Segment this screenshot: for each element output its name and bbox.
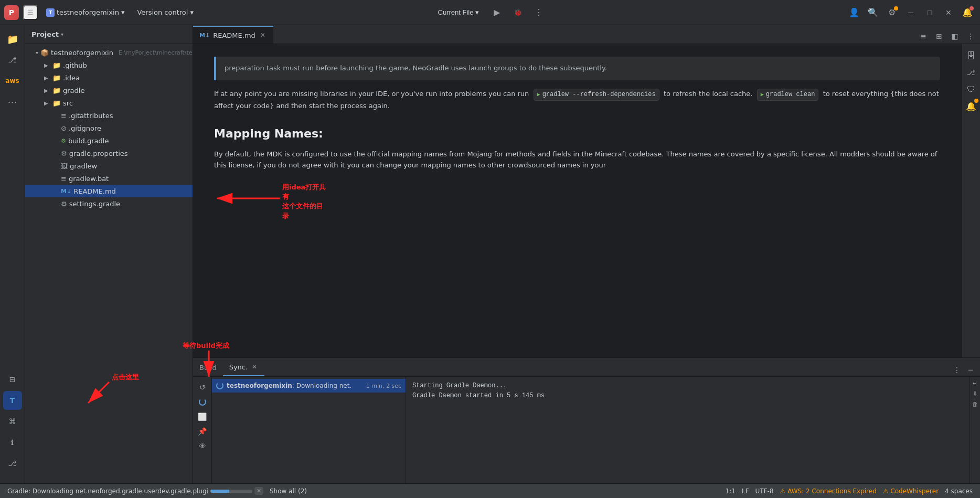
tree-item-github[interactable]: ▶ 📁 .github [25, 59, 193, 71]
tab-more-button[interactable]: ⋮ [963, 29, 978, 44]
view-split-button[interactable]: ⊞ [932, 29, 946, 44]
status-show-all-text: Show all (2) [270, 488, 307, 495]
user-icon-button[interactable]: 👤 [846, 4, 862, 21]
notification-button[interactable]: 🔔 [959, 4, 976, 21]
tree-item-gitignore[interactable]: ▶ ⊘ .gitignore [25, 122, 193, 134]
build-item-name: testneoforgemixin: Downloading net. [227, 382, 351, 389]
tab-readme[interactable]: M↓ README.md ✕ [193, 26, 273, 44]
activity-icon-more[interactable]: ⋯ [3, 92, 22, 111]
more-options-button[interactable]: ⋮ [530, 4, 547, 21]
bl-refresh-icon[interactable]: ↺ [196, 381, 209, 394]
folder-icon-root: 📦 [40, 49, 49, 57]
current-file-button[interactable]: Current File ▾ [433, 6, 485, 18]
minimize-button[interactable]: ─ [902, 4, 919, 21]
bottom-more-button[interactable]: ⋮ [951, 364, 963, 376]
titlebar: P ☰ T testneoforgemixin ▾ Version contro… [0, 0, 980, 25]
file-icon-gitattributes: ≡ [61, 112, 67, 120]
md-code1: ▶ gradlew --refresh-dependencies [534, 89, 659, 101]
debug-button[interactable]: 🐞 [509, 4, 526, 21]
close-button[interactable]: ✕ [940, 4, 957, 21]
build-output-line2: Gradle Daemon started in 5 s 145 ms [412, 391, 963, 401]
status-position[interactable]: 1:1 [722, 484, 739, 498]
tree-item-gradle-properties[interactable]: ▶ ⚙ gradle.properties [25, 147, 193, 160]
folder-icon-github: 📁 [52, 61, 61, 69]
status-codewhisperer-warning[interactable]: ⚠ CodeWhisperer [880, 484, 942, 498]
view-list-button[interactable]: ≡ [916, 29, 931, 44]
tree-label-idea: .idea [63, 74, 80, 82]
editor-content-area: preparation task must run before launchi… [193, 44, 980, 357]
bottom-tabs-right: ⋮ ─ [951, 364, 980, 376]
bl-error-icon[interactable]: ⬜ [196, 410, 209, 423]
settings-button[interactable]: ⚙ [883, 4, 900, 21]
bl-filter-icon[interactable]: 📌 [196, 425, 209, 438]
activity-icon-terminal[interactable]: ⌘ [3, 412, 22, 431]
activity-icon-aws[interactable]: aws [3, 71, 22, 90]
project-selector[interactable]: T testneoforgemixin ▾ [42, 6, 129, 19]
status-aws-warning[interactable]: ⚠ AWS: 2 Connections Expired [777, 484, 880, 498]
status-codewhisperer-text: ⚠ CodeWhisperer [883, 488, 939, 495]
activity-icon-folder[interactable]: 📁 [3, 29, 22, 48]
tree-label-src: src [63, 99, 73, 107]
build-output-line1: Starting Gradle Daemon... [412, 381, 963, 391]
code-play-icon2: ▶ [761, 91, 764, 99]
code-play-icon1: ▶ [537, 91, 540, 99]
status-spaces[interactable]: 4 spaces [942, 484, 976, 498]
activity-icon-plugin[interactable]: T [3, 391, 22, 410]
search-button[interactable]: 🔍 [865, 4, 881, 21]
md-paragraph1: If at any point you are missing librarie… [214, 89, 940, 112]
tab-sync-label: Sync. [229, 363, 248, 371]
view-preview-button[interactable]: ◧ [947, 29, 962, 44]
tab-sync-close[interactable]: ✕ [251, 363, 258, 370]
tree-item-settings-gradle[interactable]: ▶ ⚙ settings.gradle [25, 197, 193, 210]
build-item-downloading[interactable]: testneoforgemixin: Downloading net. 1 mi… [212, 379, 406, 393]
status-gradle-text: Gradle: Downloading net.neoforged.gradle… [7, 488, 208, 495]
build-list: testneoforgemixin: Downloading net. 1 mi… [212, 377, 406, 483]
tab-icons-right: ≡ ⊞ ◧ ⋮ [916, 29, 980, 44]
tree-item-gitattributes[interactable]: ▶ ≡ .gitattributes [25, 109, 193, 122]
tree-item-readme[interactable]: ▶ M↓ README.md [25, 185, 193, 197]
bl-loading-icon[interactable] [196, 396, 209, 408]
rp-git-icon[interactable]: ⎇ [964, 65, 978, 80]
rp-notification-icon[interactable]: 🔔 [964, 99, 978, 113]
bottom-minimize-button[interactable]: ─ [964, 364, 977, 376]
sidebar-header: Project ▾ [25, 25, 193, 44]
file-icon-gradlew: 🖼 [61, 162, 68, 170]
tree-item-gradlew-bat[interactable]: ▶ ≡ gradlew.bat [25, 172, 193, 185]
status-encoding[interactable]: UTF-8 [752, 484, 777, 498]
bl-eye-icon[interactable]: 👁 [196, 440, 209, 452]
tree-item-gradle-folder[interactable]: ▶ 📁 gradle [25, 84, 193, 97]
activity-icon-info[interactable]: ℹ [3, 433, 22, 452]
bottom-left-bar: ↺ ⬜ 📌 👁 [193, 377, 212, 483]
status-show-all[interactable]: Show all (2) [267, 484, 310, 498]
status-gradle[interactable]: Gradle: Downloading net.neoforged.gradle… [4, 484, 267, 498]
full-layout: Project ▾ ▾ 📦 testneoforgemixin E:\myPor… [25, 25, 980, 483]
br-trash-icon[interactable]: 🗑 [971, 400, 979, 408]
tab-sync[interactable]: Sync. ✕ [223, 358, 264, 376]
hamburger-button[interactable]: ☰ [23, 5, 38, 20]
build-output: Starting Gradle Daemon... Gradle Daemon … [406, 377, 970, 483]
rp-database-icon[interactable]: 🗄 [964, 48, 978, 63]
status-cancel-button[interactable]: ✕ [254, 487, 263, 495]
activity-icon-bookmark[interactable]: ⊟ [3, 370, 22, 389]
app-logo[interactable]: P [4, 5, 19, 20]
br-scroll-icon[interactable]: ⇩ [971, 389, 979, 398]
status-line-ending[interactable]: LF [739, 484, 752, 498]
tree-item-src[interactable]: ▶ 📁 src [25, 97, 193, 109]
br-wrap-icon[interactable]: ↵ [971, 379, 979, 387]
tree-item-idea[interactable]: ▶ 📁 .idea [25, 71, 193, 84]
tree-item-root[interactable]: ▾ 📦 testneoforgemixin E:\myPorject\minec… [25, 46, 193, 59]
activity-icon-git[interactable]: ⎇ [3, 50, 22, 69]
maximize-button[interactable]: □ [921, 4, 938, 21]
project-tree[interactable]: ▾ 📦 testneoforgemixin E:\myPorject\minec… [25, 44, 193, 483]
rp-shield-icon[interactable]: 🛡 [964, 82, 978, 97]
tree-item-build-gradle[interactable]: ▶ ⚙ build.gradle [25, 134, 193, 147]
bottom-content: ↺ ⬜ 📌 👁 testneoforgemixin: [193, 377, 980, 483]
tab-close-readme[interactable]: ✕ [259, 31, 267, 39]
activity-icon-branch[interactable]: ⎇ [3, 454, 22, 473]
tree-item-gradlew[interactable]: ▶ 🖼 gradlew [25, 160, 193, 172]
file-icon-gitignore: ⊘ [61, 124, 67, 132]
run-button[interactable]: ▶ [488, 4, 505, 21]
tab-build[interactable]: Build [193, 358, 223, 376]
vcs-selector[interactable]: Version control ▾ [133, 6, 198, 18]
tab-build-label: Build [199, 364, 217, 372]
